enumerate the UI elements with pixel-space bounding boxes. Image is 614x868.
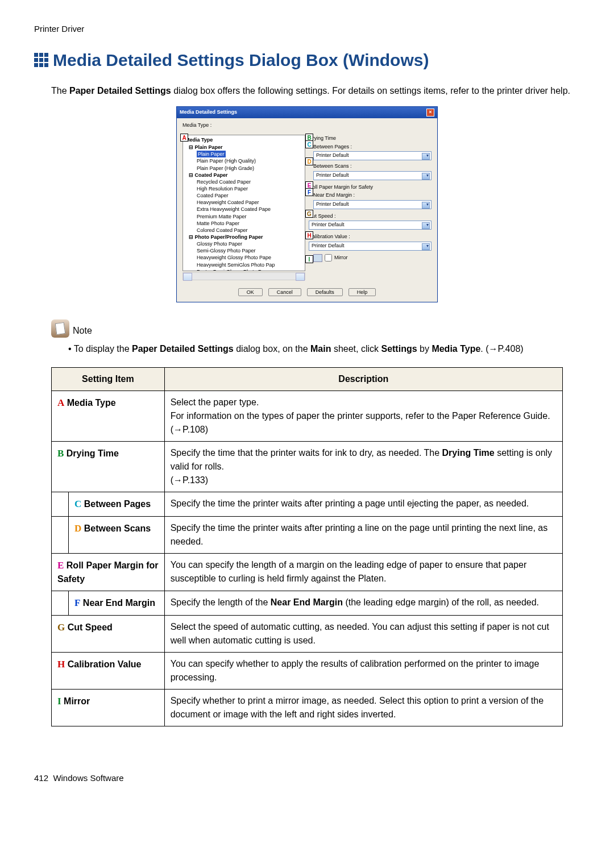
intro-text: The Paper Detailed Settings dialog box o… (51, 84, 580, 98)
drying-time-label: Drying Time (309, 135, 432, 143)
settings-table: Setting Item Description A Media Type Se… (51, 367, 563, 726)
mirror-checkbox[interactable] (325, 254, 332, 261)
roll-margin-label: Roll Paper Margin for Safety (309, 184, 432, 192)
marker-i: I (305, 255, 313, 263)
mirror-label: Mirror (334, 254, 348, 262)
table-row: I Mirror Specify whether to print a mirr… (52, 689, 563, 726)
section-header: Printer Driver (34, 23, 580, 36)
media-settings-dialog: Media Detailed Settings × Media Type : A… (176, 106, 438, 303)
between-pages-label: Between Pages : (313, 143, 432, 151)
marker-g: G (305, 210, 313, 218)
page-title: Media Detailed Settings Dialog Box (Wind… (53, 47, 429, 73)
between-scans-label: Between Scans : (313, 163, 432, 171)
dialog-titlebar: Media Detailed Settings × (177, 107, 437, 118)
note-icon (51, 319, 69, 338)
table-row: F Near End Margin Specify the length of … (52, 591, 563, 616)
defaults-button[interactable]: Defaults (307, 288, 343, 296)
th-desc: Description (164, 368, 562, 391)
ok-button[interactable]: OK (238, 288, 263, 296)
marker-a: A (180, 134, 188, 142)
cancel-button[interactable]: Cancel (268, 288, 301, 296)
help-button[interactable]: Help (349, 288, 376, 296)
table-row: G Cut Speed Select the speed of automati… (52, 615, 563, 652)
th-setting: Setting Item (52, 368, 165, 391)
media-type-label: Media Type : (182, 122, 432, 130)
dialog-title: Media Detailed Settings (180, 109, 237, 117)
page-footer: 412 Windows Software (34, 772, 580, 785)
table-row: B Drying Time Specify the time that the … (52, 442, 563, 492)
note-text: • To display the Paper Detailed Settings… (68, 342, 580, 356)
near-end-combo[interactable]: Printer Default (313, 200, 432, 209)
table-row: C Between Pages Specify the time the pri… (52, 492, 563, 517)
cut-speed-combo[interactable]: Printer Default (309, 221, 432, 230)
table-row: A Media Type Select the paper type. For … (52, 391, 563, 442)
title-grid-icon (34, 53, 48, 67)
marker-f: F (305, 188, 313, 196)
marker-c: C (305, 140, 313, 148)
calibration-label: Calibration Value : (309, 233, 432, 241)
mirror-icon (313, 254, 322, 262)
note-label: Note (73, 324, 92, 338)
cut-speed-label: Cut Speed : (309, 213, 432, 221)
between-scans-combo[interactable]: Printer Default (313, 171, 432, 180)
table-row: E Roll Paper Margin for Safety You can s… (52, 553, 563, 591)
table-row: D Between Scans Specify the time the pri… (52, 516, 563, 553)
horizontal-scrollbar[interactable] (182, 272, 305, 280)
calibration-combo[interactable]: Printer Default (309, 242, 432, 251)
page-title-row: Media Detailed Settings Dialog Box (Wind… (34, 47, 580, 73)
close-icon[interactable]: × (426, 109, 434, 117)
dialog-screenshot: Media Detailed Settings × Media Type : A… (34, 106, 580, 303)
media-type-tree[interactable]: Media Type ⊟ Plain Paper Plain Paper Pla… (182, 135, 305, 271)
between-pages-combo[interactable]: Printer Default (313, 151, 432, 160)
table-row: H Calibration Value You can specify whet… (52, 652, 563, 689)
near-end-label: Near End Margin : (313, 192, 432, 200)
marker-h: H (305, 231, 313, 239)
note-row: Note (51, 319, 580, 338)
marker-d: D (305, 157, 313, 165)
